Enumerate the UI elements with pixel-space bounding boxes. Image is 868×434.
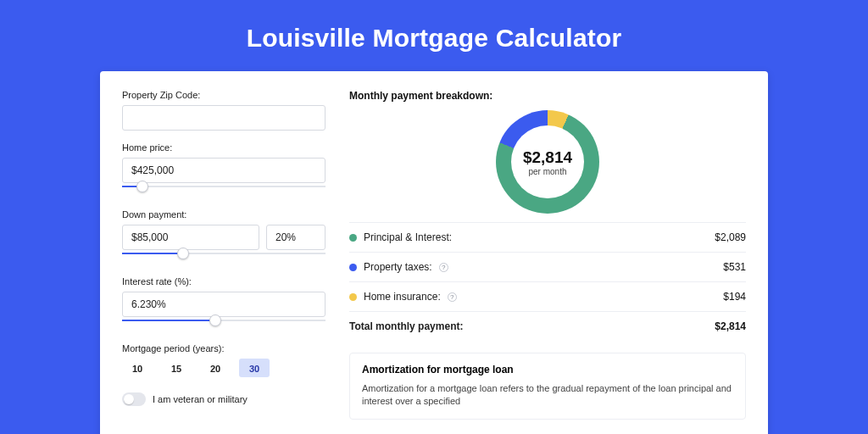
veteran-toggle[interactable] <box>122 392 146 406</box>
legend-label: Property taxes: <box>364 261 432 273</box>
legend-value: $2,089 <box>715 231 746 243</box>
legend-label: Home insurance: <box>364 291 441 303</box>
period-option-20[interactable]: 20 <box>200 359 231 377</box>
donut-chart-wrap: $2,814 per month <box>349 110 746 214</box>
donut-chart: $2,814 per month <box>496 110 599 214</box>
veteran-label: I am veteran or military <box>153 394 248 404</box>
home-price-slider[interactable] <box>122 181 326 198</box>
donut-center-value: $2,814 <box>523 148 572 167</box>
veteran-toggle-row: I am veteran or military <box>122 392 326 406</box>
interest-rate-field: Interest rate (%): <box>122 276 326 331</box>
period-option-15[interactable]: 15 <box>161 359 192 377</box>
amortization-card: Amortization for mortgage loan Amortizat… <box>349 353 746 420</box>
down-payment-label: Down payment: <box>122 209 326 220</box>
zip-input[interactable] <box>122 105 326 131</box>
interest-rate-input[interactable] <box>122 292 326 317</box>
legend-total-label: Total monthly payment: <box>349 320 463 332</box>
amortization-text: Amortization for a mortgage loan refers … <box>362 382 733 409</box>
legend-label: Principal & Interest: <box>364 231 452 243</box>
info-icon[interactable]: ? <box>439 263 448 272</box>
zip-field: Property Zip Code: <box>122 90 326 131</box>
breakdown-title: Monthly payment breakdown: <box>349 90 746 102</box>
period-option-30[interactable]: 30 <box>239 359 270 377</box>
down-payment-field: Down payment: <box>122 209 326 264</box>
legend-row-total: Total monthly payment: $2,814 <box>349 312 746 341</box>
amortization-title: Amortization for mortgage loan <box>362 364 733 376</box>
mortgage-period-label: Mortgage period (years): <box>122 343 326 353</box>
home-price-field: Home price: <box>122 142 326 198</box>
calculator-card: Property Zip Code: Home price: Down paym… <box>100 71 768 434</box>
legend-total-value: $2,814 <box>715 320 746 332</box>
page-title: Louisville Mortgage Calculator <box>0 0 868 71</box>
input-panel: Property Zip Code: Home price: Down paym… <box>122 90 326 434</box>
breakdown-panel: Monthly payment breakdown: $2,814 per mo… <box>349 90 746 434</box>
down-payment-slider[interactable] <box>122 248 326 264</box>
legend: Principal & Interest: $2,089 Property ta… <box>349 222 746 341</box>
dot-icon <box>349 293 357 301</box>
dot-icon <box>349 264 357 271</box>
dot-icon <box>349 234 357 242</box>
mortgage-period-options: 10 15 20 30 <box>122 359 326 377</box>
legend-row-principal: Principal & Interest: $2,089 <box>349 223 746 253</box>
legend-row-insurance: Home insurance: ? $194 <box>349 282 746 312</box>
home-price-label: Home price: <box>122 142 326 153</box>
zip-label: Property Zip Code: <box>122 90 326 100</box>
home-price-input[interactable] <box>122 158 326 183</box>
legend-row-taxes: Property taxes: ? $531 <box>349 253 746 282</box>
interest-rate-label: Interest rate (%): <box>122 276 326 287</box>
donut-center-sub: per month <box>528 167 566 176</box>
down-payment-input[interactable] <box>122 225 259 250</box>
info-icon[interactable]: ? <box>448 292 457 302</box>
mortgage-period-field: Mortgage period (years): 10 15 20 30 <box>122 343 326 377</box>
interest-rate-slider[interactable] <box>122 314 326 331</box>
period-option-10[interactable]: 10 <box>122 359 153 377</box>
legend-value: $194 <box>723 291 746 303</box>
down-payment-pct-input[interactable] <box>266 225 326 250</box>
donut-center: $2,814 per month <box>511 125 584 198</box>
legend-value: $531 <box>723 261 746 273</box>
